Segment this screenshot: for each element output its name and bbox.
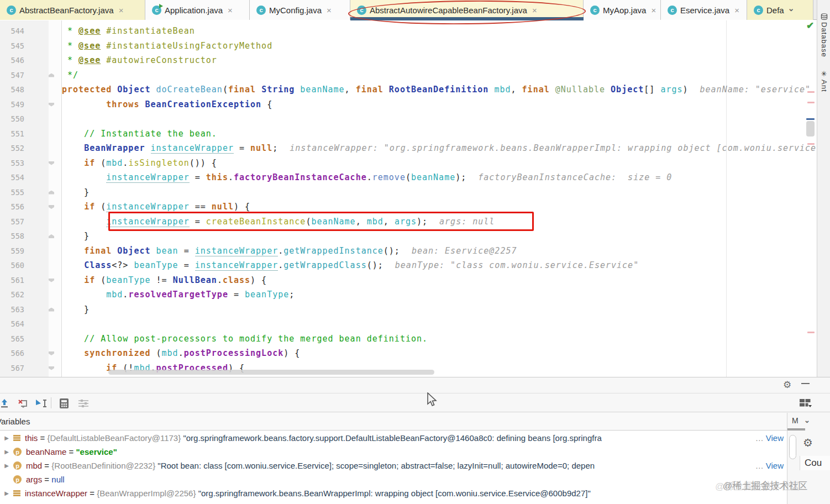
layout-settings-icon[interactable] bbox=[798, 397, 812, 409]
tab-myaop-java[interactable]: cMyAop.java× bbox=[584, 0, 661, 20]
code-line-560[interactable]: 560 Class<?> beanType = instanceWrapper.… bbox=[0, 258, 817, 273]
code-line-545[interactable]: 545 * @see #instantiateUsingFactoryMetho… bbox=[0, 39, 817, 54]
fold-down-icon[interactable] bbox=[49, 366, 54, 370]
count-column-header[interactable]: Cou bbox=[800, 456, 830, 470]
line-number[interactable]: 547 bbox=[0, 68, 24, 83]
variable-row-args[interactable]: pargs = null bbox=[0, 473, 787, 486]
code-line-555[interactable]: 555 } bbox=[0, 185, 817, 200]
fold-region[interactable] bbox=[24, 156, 62, 171]
variable-row-instanceWrapper[interactable]: ▶instanceWrapper = {BeanWrapperImpl@2256… bbox=[0, 486, 787, 500]
line-number[interactable]: 556 bbox=[0, 200, 24, 214]
tab-abstractbeanfactory-java[interactable]: cAbstractBeanFactory.java× bbox=[0, 0, 145, 20]
tab-myconfig-java[interactable]: cMyConfig.java× bbox=[250, 0, 350, 20]
code-line-565[interactable]: 565 // Allow post-processors to modify t… bbox=[0, 332, 817, 347]
ant-tool-button[interactable]: ✳ Ant bbox=[817, 67, 830, 92]
close-icon[interactable]: × bbox=[733, 6, 740, 14]
fold-down-icon[interactable] bbox=[49, 351, 54, 355]
view-link[interactable]: View bbox=[766, 461, 784, 470]
fold-region[interactable] bbox=[24, 273, 62, 288]
step-out-icon[interactable] bbox=[0, 397, 11, 410]
line-number[interactable]: 552 bbox=[0, 141, 24, 156]
line-number[interactable]: 562 bbox=[0, 287, 24, 302]
evaluate-expression-icon[interactable] bbox=[57, 397, 71, 410]
fold-down-icon[interactable] bbox=[49, 205, 54, 209]
tab-defa[interactable]: cDefa⌄ bbox=[747, 0, 813, 20]
line-number[interactable]: 567 bbox=[0, 361, 24, 376]
fold-up-icon[interactable] bbox=[49, 74, 54, 77]
line-number[interactable]: 544 bbox=[0, 24, 24, 39]
code-line-549[interactable]: 549 throws BeanCreationException { bbox=[0, 97, 817, 112]
scrollbar-thumb[interactable] bbox=[806, 121, 815, 136]
memory-tab[interactable]: M bbox=[792, 416, 799, 425]
variable-row-beanName[interactable]: ▶pbeanName = "eservice" bbox=[0, 445, 787, 459]
code-line-566[interactable]: 566 synchronized (mbd.postProcessingLock… bbox=[0, 346, 817, 361]
code-line-547[interactable]: 547 */ bbox=[0, 68, 817, 83]
code-line-548[interactable]: 548protected Object doCreateBean(final S… bbox=[0, 82, 817, 97]
code-line-550[interactable]: 550 bbox=[0, 112, 817, 127]
close-icon[interactable]: × bbox=[325, 6, 333, 14]
line-number[interactable]: 553 bbox=[0, 156, 24, 171]
line-number[interactable]: 545 bbox=[0, 39, 24, 54]
code-line-564[interactable]: 564 bbox=[0, 317, 817, 332]
view-link[interactable]: View bbox=[766, 433, 784, 443]
variables-header[interactable]: Variables bbox=[0, 413, 787, 431]
fold-region[interactable] bbox=[24, 229, 62, 244]
code-line-563[interactable]: 563 } bbox=[0, 302, 817, 317]
hide-panel-icon[interactable] bbox=[801, 383, 810, 384]
line-number[interactable]: 555 bbox=[0, 185, 24, 200]
horizontal-scrollbar-thumb[interactable] bbox=[108, 370, 434, 375]
code-line-554[interactable]: 554 instanceWrapper = this.factoryBeanIn… bbox=[0, 170, 817, 185]
line-number[interactable]: 554 bbox=[0, 170, 24, 185]
code-line-544[interactable]: 544 * @see #instantiateBean bbox=[0, 24, 817, 39]
line-number[interactable]: 566 bbox=[0, 346, 24, 361]
fold-down-icon[interactable] bbox=[49, 161, 54, 165]
fold-down-icon[interactable] bbox=[49, 103, 54, 107]
drop-frame-icon[interactable] bbox=[17, 397, 30, 410]
close-icon[interactable]: × bbox=[118, 6, 125, 14]
line-number[interactable]: 561 bbox=[0, 273, 24, 288]
line-number[interactable]: 550 bbox=[0, 112, 24, 127]
line-number[interactable]: 557 bbox=[0, 214, 24, 229]
code-line-553[interactable]: 553 if (mbd.isSingleton()) { bbox=[0, 156, 817, 171]
expander-icon[interactable]: ▶ bbox=[0, 490, 13, 496]
line-number[interactable]: 548 bbox=[0, 82, 24, 97]
fold-region[interactable] bbox=[24, 346, 62, 361]
code-line-551[interactable]: 551 // Instantiate the bean. bbox=[0, 127, 817, 141]
code-line-552[interactable]: 552 BeanWrapper instanceWrapper = null;i… bbox=[0, 141, 817, 156]
fold-region[interactable] bbox=[24, 200, 62, 214]
variable-row-this[interactable]: ▶this = {DefaultListableBeanFactory@1173… bbox=[0, 431, 787, 445]
fold-region[interactable] bbox=[24, 302, 62, 317]
code-line-557[interactable]: 557 instanceWrapper = createBeanInstance… bbox=[0, 214, 817, 229]
fold-up-icon[interactable] bbox=[49, 234, 54, 238]
fold-region[interactable] bbox=[24, 361, 62, 376]
close-icon[interactable]: × bbox=[650, 6, 657, 14]
expander-icon[interactable]: ▶ bbox=[0, 435, 13, 441]
code-line-558[interactable]: 558 } bbox=[0, 229, 817, 244]
run-to-cursor-icon[interactable] bbox=[34, 397, 49, 410]
code-line-562[interactable]: 562 mbd.resolvedTargetType = beanType; bbox=[0, 287, 817, 302]
fold-region[interactable] bbox=[24, 185, 62, 200]
fold-up-icon[interactable] bbox=[49, 191, 54, 195]
code-line-561[interactable]: 561 if (beanType != NullBean.class) { bbox=[0, 273, 817, 288]
fold-down-icon[interactable] bbox=[49, 279, 54, 282]
expander-icon[interactable]: ▶ bbox=[0, 449, 13, 455]
code-line-546[interactable]: 546 * @see #autowireConstructor bbox=[0, 53, 817, 68]
line-number[interactable]: 551 bbox=[0, 127, 24, 141]
close-icon[interactable]: × bbox=[227, 6, 234, 14]
database-tool-button[interactable]: Database bbox=[817, 10, 830, 57]
fold-region[interactable] bbox=[24, 97, 62, 112]
line-number[interactable]: 565 bbox=[0, 332, 24, 347]
tab-application-java[interactable]: cApplication.java× bbox=[145, 0, 250, 20]
memory-gear-icon[interactable]: ⚙ bbox=[803, 436, 813, 449]
editor-scrollbar[interactable] bbox=[805, 20, 817, 377]
line-number[interactable]: 549 bbox=[0, 97, 24, 112]
variable-row-mbd[interactable]: ▶pmbd = {RootBeanDefinition@2232} "Root … bbox=[0, 459, 787, 473]
line-number[interactable]: 560 bbox=[0, 258, 24, 273]
tab-eservice-java[interactable]: cEservice.java× bbox=[661, 0, 747, 20]
variables-scrollbar-thumb[interactable] bbox=[789, 435, 796, 459]
chevron-down-icon[interactable]: ⌄ bbox=[804, 416, 810, 424]
line-number[interactable]: 558 bbox=[0, 229, 24, 244]
line-number[interactable]: 563 bbox=[0, 302, 24, 317]
mute-breakpoints-icon[interactable] bbox=[76, 397, 91, 410]
fold-up-icon[interactable] bbox=[49, 308, 54, 312]
